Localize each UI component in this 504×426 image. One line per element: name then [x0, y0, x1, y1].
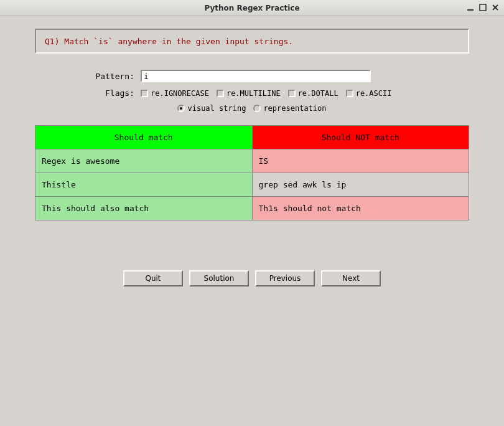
- flag-label: re.IGNORECASE: [151, 89, 209, 98]
- flags-label: Flags:: [35, 88, 141, 98]
- window-controls: [465, 2, 500, 12]
- main-content: Q1) Match `is` anywhere in the given inp…: [0, 16, 504, 286]
- minimize-icon[interactable]: [465, 2, 475, 12]
- radio-icon: [253, 105, 261, 112]
- header-should-match: Should match: [35, 126, 253, 149]
- table-header-row: Should match Should NOT match: [35, 126, 469, 149]
- checkbox-icon: [346, 90, 353, 97]
- question-text: Q1) Match `is` anywhere in the given inp…: [45, 37, 293, 46]
- table-row: This should also match Th1s should not m…: [35, 197, 469, 220]
- match-cell: Regex is awesome: [35, 149, 253, 173]
- previous-button[interactable]: Previous: [255, 270, 315, 286]
- flag-ignorecase[interactable]: re.IGNORECASE: [141, 89, 209, 98]
- maximize-icon[interactable]: [478, 2, 488, 12]
- flag-label: re.DOTALL: [298, 89, 338, 98]
- nomatch-cell: IS: [252, 149, 469, 173]
- titlebar: Python Regex Practice: [0, 0, 504, 16]
- svg-rect-1: [480, 4, 486, 11]
- close-icon[interactable]: [490, 2, 500, 12]
- checkbox-icon: [141, 90, 148, 97]
- view-mode-row: visual string representation: [35, 104, 469, 113]
- pattern-label: Pattern:: [35, 72, 141, 81]
- flag-label: re.ASCII: [356, 89, 392, 98]
- header-should-not-match: Should NOT match: [252, 126, 469, 149]
- nomatch-cell: Th1s should not match: [252, 197, 469, 220]
- quit-button[interactable]: Quit: [123, 270, 183, 286]
- radio-representation[interactable]: representation: [253, 104, 326, 113]
- question-box: Q1) Match `is` anywhere in the given inp…: [35, 29, 469, 54]
- radio-label: visual string: [187, 104, 246, 113]
- form-area: Pattern: Flags: re.IGNORECASE re.MULTILI…: [35, 70, 469, 113]
- match-cell: Thistle: [35, 173, 253, 197]
- checkbox-icon: [288, 90, 296, 97]
- pattern-input[interactable]: [141, 70, 371, 82]
- radio-icon: [177, 105, 185, 112]
- flag-dotall[interactable]: re.DOTALL: [288, 89, 338, 98]
- flag-multiline[interactable]: re.MULTILINE: [217, 89, 281, 98]
- radio-label: representation: [263, 104, 326, 113]
- flag-label: re.MULTILINE: [226, 89, 281, 98]
- match-cell: This should also match: [35, 197, 253, 220]
- button-row: Quit Solution Previous Next: [35, 270, 469, 286]
- flags-row: Flags: re.IGNORECASE re.MULTILINE re.DOT…: [35, 88, 469, 98]
- next-button[interactable]: Next: [321, 270, 381, 286]
- solution-button[interactable]: Solution: [189, 270, 249, 286]
- table-row: Regex is awesome IS: [35, 149, 469, 173]
- pattern-row: Pattern:: [35, 70, 469, 82]
- match-table-area: Should match Should NOT match Regex is a…: [35, 125, 469, 220]
- radio-visual-string[interactable]: visual string: [177, 104, 246, 113]
- nomatch-cell: grep sed awk ls ip: [252, 173, 469, 197]
- match-table: Should match Should NOT match Regex is a…: [35, 125, 469, 220]
- window-title: Python Regex Practice: [204, 4, 299, 12]
- table-row: Thistle grep sed awk ls ip: [35, 173, 469, 197]
- checkbox-icon: [217, 90, 224, 97]
- flag-ascii[interactable]: re.ASCII: [346, 89, 392, 98]
